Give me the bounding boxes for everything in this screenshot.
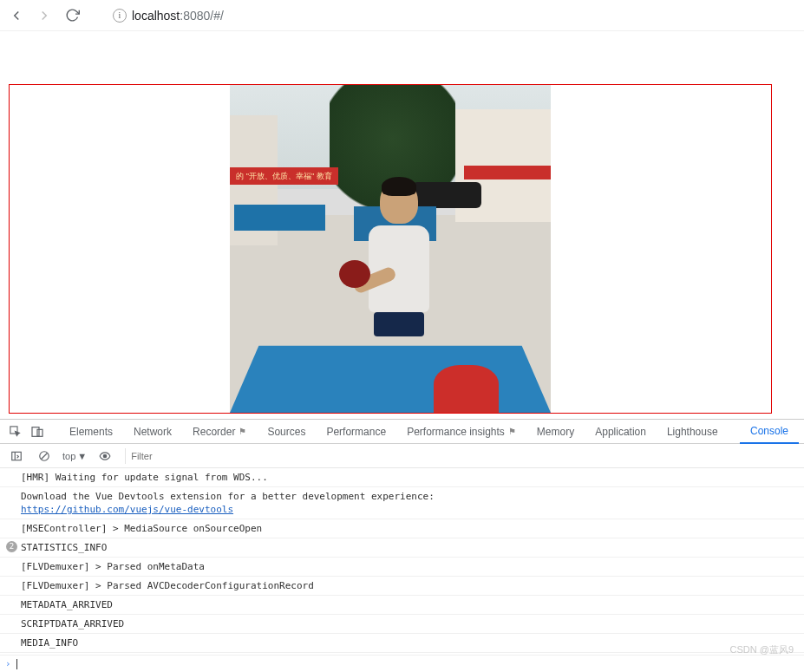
console-log-row[interactable]: Download the Vue Devtools extension for …: [0, 487, 804, 519]
reload-button[interactable]: [64, 8, 80, 23]
console-input[interactable]: ›: [0, 655, 804, 672]
page-viewport: 的 "开放、优质、幸福" 教育: [0, 31, 804, 419]
console-sidebar-toggle-icon[interactable]: [7, 447, 26, 466]
context-selector[interactable]: top▼: [62, 451, 87, 461]
devtools-tab-application[interactable]: Application: [585, 420, 657, 444]
devtools-tab-performance[interactable]: Performance: [316, 420, 396, 444]
console-log-row[interactable]: MEDIA_INFO: [0, 634, 804, 653]
devtools-tab-performance-insights[interactable]: Performance insights ⚑: [396, 420, 526, 444]
log-text: SCRIPTDATA_ARRIVED: [21, 618, 124, 630]
devtools-panel: ElementsNetworkRecorder ⚑SourcesPerforma…: [0, 419, 804, 672]
console-log-row[interactable]: [MSEController] > MediaSource onSourceOp…: [0, 519, 804, 538]
console-log-row[interactable]: [MSEController] > Received Initializatio…: [0, 653, 804, 655]
svg-rect-3: [12, 452, 22, 460]
console-log-row[interactable]: METADATA_ARRIVED: [0, 596, 804, 615]
console-log-row[interactable]: 2STATISTICS_INFO: [0, 538, 804, 558]
console-log-row[interactable]: [HMR] Waiting for update signal from WDS…: [0, 468, 804, 487]
forward-button[interactable]: [36, 8, 52, 23]
devtools-tabbar: ElementsNetworkRecorder ⚑SourcesPerforma…: [0, 420, 804, 444]
devtools-tab-console[interactable]: Console: [740, 420, 799, 444]
svg-rect-2: [37, 429, 42, 436]
url-host: localhost: [132, 9, 180, 23]
photo-table: [234, 205, 325, 231]
address-bar[interactable]: i localhost:8080/#/: [113, 9, 224, 23]
site-info-icon[interactable]: i: [113, 9, 127, 23]
log-link[interactable]: https://github.com/vuejs/vue-devtools: [21, 504, 233, 515]
console-log-row[interactable]: [FLVDemuxer] > Parsed AVCDecoderConfigur…: [0, 577, 804, 596]
log-text: [MSEController] > MediaSource onSourceOp…: [21, 523, 262, 534]
console-log-list[interactable]: [HMR] Waiting for update signal from WDS…: [0, 468, 804, 655]
svg-point-7: [103, 454, 107, 458]
log-text: [HMR] Waiting for update signal from WDS…: [21, 472, 268, 483]
log-text: MEDIA_INFO: [21, 637, 78, 649]
log-text: METADATA_ARRIVED: [21, 599, 113, 610]
svg-line-6: [42, 453, 48, 459]
log-count-badge: 2: [6, 541, 17, 552]
live-expression-icon[interactable]: [95, 447, 114, 466]
video-container: 的 "开放、优质、幸福" 教育: [9, 84, 772, 414]
log-text: [FLVDemuxer] > Parsed onMetaData: [21, 561, 205, 572]
photo-table: [230, 346, 551, 413]
photo-banner: [464, 166, 551, 179]
photo-banner: 的 "开放、优质、幸福" 教育: [230, 167, 338, 185]
console-toolbar: top▼: [0, 444, 804, 468]
device-toggle-icon[interactable]: [28, 422, 47, 441]
back-button[interactable]: [9, 8, 24, 23]
photo-paddle-case: [434, 365, 499, 413]
url-path: :8080/#/: [180, 9, 224, 23]
devtools-tab-elements[interactable]: Elements: [59, 420, 123, 444]
clear-console-icon[interactable]: [35, 447, 54, 466]
devtools-tab-sources[interactable]: Sources: [257, 420, 316, 444]
devtools-tab-recorder[interactable]: Recorder ⚑: [182, 420, 257, 444]
console-log-row[interactable]: [FLVDemuxer] > Parsed onMetaData: [0, 558, 804, 577]
browser-toolbar: i localhost:8080/#/: [0, 0, 804, 31]
context-label: top: [62, 451, 75, 461]
console-log-row[interactable]: SCRIPTDATA_ARRIVED: [0, 615, 804, 634]
log-text: [FLVDemuxer] > Parsed AVCDecoderConfigur…: [21, 580, 314, 591]
video-frame[interactable]: 的 "开放、优质、幸福" 教育: [230, 85, 551, 413]
devtools-tab-memory[interactable]: Memory: [526, 420, 585, 444]
devtools-tab-network[interactable]: Network: [123, 420, 182, 444]
devtools-tab-lighthouse[interactable]: Lighthouse: [657, 420, 729, 444]
inspect-icon[interactable]: [5, 422, 24, 441]
svg-rect-1: [32, 427, 39, 436]
console-filter-input[interactable]: [125, 448, 797, 464]
log-text: STATISTICS_INFO: [21, 542, 107, 553]
photo-person: [364, 180, 434, 345]
log-text: Download the Vue Devtools extension for …: [21, 491, 435, 502]
